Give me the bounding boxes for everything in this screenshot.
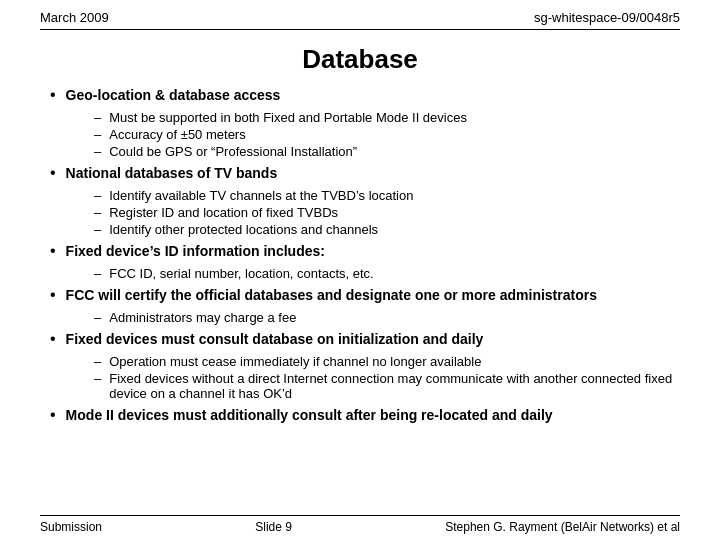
- sub-bullet-text: Could be GPS or “Professional Installati…: [109, 144, 357, 159]
- header-doc-id: sg-whitespace-09/0048r5: [534, 10, 680, 25]
- dash-icon: –: [94, 371, 101, 386]
- sub-bullet-group: – Operation must cease immediately if ch…: [50, 354, 680, 401]
- bullet-label: Mode II devices must additionally consul…: [66, 407, 553, 423]
- dash-icon: –: [94, 144, 101, 159]
- list-item: • Fixed devices must consult database on…: [50, 331, 680, 348]
- sub-bullet-text: Identify available TV channels at the TV…: [109, 188, 413, 203]
- sub-bullet-group: – FCC ID, serial number, location, conta…: [50, 266, 680, 281]
- dash-icon: –: [94, 266, 101, 281]
- dash-icon: –: [94, 205, 101, 220]
- bullet-label: Fixed devices must consult database on i…: [66, 331, 484, 347]
- list-item: – Fixed devices without a direct Interne…: [94, 371, 680, 401]
- bullet-label: Geo-location & database access: [66, 87, 281, 103]
- header: March 2009 sg-whitespace-09/0048r5: [40, 0, 680, 30]
- sub-bullet-text: Accuracy of ±50 meters: [109, 127, 245, 142]
- sub-bullet-group: – Administrators may charge a fee: [50, 310, 680, 325]
- list-item: – FCC ID, serial number, location, conta…: [94, 266, 680, 281]
- slide-title: Database: [40, 44, 680, 75]
- list-item: • Fixed device’s ID information includes…: [50, 243, 680, 260]
- footer-author: Stephen G. Rayment (BelAir Networks) et …: [445, 520, 680, 534]
- footer-submission: Submission: [40, 520, 102, 534]
- sub-bullet-group: – Identify available TV channels at the …: [50, 188, 680, 237]
- footer: Submission Slide 9 Stephen G. Rayment (B…: [40, 515, 680, 540]
- list-item: • Geo-location & database access: [50, 87, 680, 104]
- dash-icon: –: [94, 310, 101, 325]
- sub-bullet-text: Fixed devices without a direct Internet …: [109, 371, 680, 401]
- list-item: • FCC will certify the official database…: [50, 287, 680, 304]
- list-item: – Identify available TV channels at the …: [94, 188, 680, 203]
- page: March 2009 sg-whitespace-09/0048r5 Datab…: [0, 0, 720, 540]
- sub-bullet-text: Operation must cease immediately if chan…: [109, 354, 481, 369]
- header-date: March 2009: [40, 10, 109, 25]
- sub-bullet-text: Administrators may charge a fee: [109, 310, 296, 325]
- sub-bullet-text: Register ID and location of fixed TVBDs: [109, 205, 338, 220]
- list-item: – Could be GPS or “Professional Installa…: [94, 144, 680, 159]
- list-item: – Identify other protected locations and…: [94, 222, 680, 237]
- list-item: – Must be supported in both Fixed and Po…: [94, 110, 680, 125]
- dash-icon: –: [94, 127, 101, 142]
- sub-bullet-text: FCC ID, serial number, location, contact…: [109, 266, 373, 281]
- list-item: – Operation must cease immediately if ch…: [94, 354, 680, 369]
- bullet-label: National databases of TV bands: [66, 165, 278, 181]
- bullet-icon: •: [50, 286, 56, 304]
- list-item: – Accuracy of ±50 meters: [94, 127, 680, 142]
- bullet-icon: •: [50, 242, 56, 260]
- sub-bullet-group: – Must be supported in both Fixed and Po…: [50, 110, 680, 159]
- bullet-label: Fixed device’s ID information includes:: [66, 243, 325, 259]
- bullet-icon: •: [50, 406, 56, 424]
- bullet-icon: •: [50, 330, 56, 348]
- bullet-icon: •: [50, 86, 56, 104]
- sub-bullet-text: Must be supported in both Fixed and Port…: [109, 110, 467, 125]
- footer-slide: Slide 9: [255, 520, 292, 534]
- content-area: • Geo-location & database access – Must …: [40, 87, 680, 515]
- sub-bullet-text: Identify other protected locations and c…: [109, 222, 378, 237]
- list-item: • Mode II devices must additionally cons…: [50, 407, 680, 424]
- bullet-label: FCC will certify the official databases …: [66, 287, 597, 303]
- dash-icon: –: [94, 354, 101, 369]
- bullet-icon: •: [50, 164, 56, 182]
- dash-icon: –: [94, 110, 101, 125]
- list-item: • National databases of TV bands: [50, 165, 680, 182]
- dash-icon: –: [94, 188, 101, 203]
- list-item: – Administrators may charge a fee: [94, 310, 680, 325]
- list-item: – Register ID and location of fixed TVBD…: [94, 205, 680, 220]
- dash-icon: –: [94, 222, 101, 237]
